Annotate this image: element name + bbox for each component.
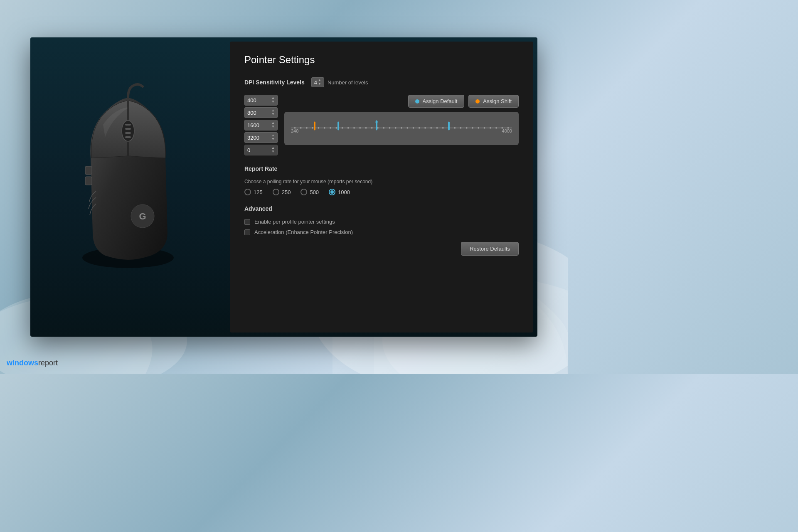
svg-point-46: [484, 127, 485, 129]
dpi1-arrows: ▲ ▼: [271, 96, 275, 104]
svg-rect-6: [125, 128, 131, 130]
svg-point-30: [389, 127, 391, 129]
levels-down-arrow[interactable]: ▼: [318, 82, 321, 86]
slider-track-svg: [291, 120, 512, 132]
assign-shift-button[interactable]: Assign Shift: [468, 95, 519, 108]
dpi-right: Assign Default Assign Shift: [284, 95, 519, 145]
svg-point-33: [406, 127, 408, 129]
svg-point-37: [430, 127, 432, 129]
report-rate-radio-group: 125 250 500 1000: [244, 189, 519, 195]
dpi4-arrows: ▲ ▼: [271, 134, 275, 141]
assign-shift-label: Assign Shift: [483, 98, 512, 104]
radio-500[interactable]: 500: [300, 189, 319, 195]
assign-default-dot: [415, 99, 419, 103]
svg-point-24: [353, 127, 355, 129]
radio-circle-250: [273, 189, 279, 195]
dpi-content: 400 ▲ ▼ 800 ▲ ▼ 1600 ▲: [244, 95, 519, 155]
svg-rect-7: [125, 132, 131, 134]
checkbox-acceleration[interactable]: Acceleration (Enhance Pointer Precision): [244, 229, 519, 235]
svg-point-47: [490, 127, 491, 129]
radio-250[interactable]: 250: [273, 189, 291, 195]
report-rate-section: Report Rate Choose a polling rate for yo…: [244, 165, 519, 195]
svg-point-23: [347, 127, 349, 129]
svg-rect-5: [125, 124, 131, 126]
svg-point-31: [395, 127, 397, 129]
mouse-image-area: G: [30, 37, 230, 337]
levels-spinner[interactable]: 4 ▲ ▼: [311, 77, 324, 87]
svg-rect-9: [85, 166, 92, 175]
svg-point-49: [501, 127, 503, 129]
radio-label-1000: 1000: [338, 189, 350, 195]
svg-point-14: [294, 127, 296, 129]
dpi-input-2[interactable]: 800 ▲ ▼: [244, 107, 278, 118]
svg-point-44: [472, 127, 473, 129]
checkbox-acceleration-box[interactable]: [244, 229, 250, 235]
watermark-report: report: [38, 359, 58, 367]
dpi5-arrows: ▲ ▼: [271, 146, 275, 154]
radio-circle-1000: [329, 189, 335, 195]
dpi-input-1[interactable]: 400 ▲ ▼: [244, 95, 278, 106]
svg-point-19: [324, 127, 325, 129]
mouse-image: G: [51, 83, 209, 291]
svg-text:G: G: [139, 211, 146, 222]
dpi-input-4[interactable]: 3200 ▲ ▼: [244, 132, 278, 143]
svg-point-38: [436, 127, 438, 129]
radio-circle-500: [300, 189, 307, 195]
checkbox-per-profile-box[interactable]: [244, 219, 250, 225]
restore-defaults-button[interactable]: Restore Defaults: [461, 242, 519, 256]
svg-rect-10: [85, 177, 92, 185]
radio-label-250: 250: [282, 189, 291, 195]
dpi2-arrows: ▲ ▼: [271, 109, 275, 116]
advanced-title: Advanced: [244, 205, 519, 212]
svg-point-15: [300, 127, 302, 129]
svg-point-50: [507, 127, 509, 129]
radio-1000[interactable]: 1000: [329, 189, 350, 195]
radio-circle-125: [244, 189, 251, 195]
svg-rect-55: [448, 122, 450, 131]
dpi-input-5[interactable]: 0 ▲ ▼: [244, 145, 278, 155]
watermark-windows: windows: [7, 359, 38, 367]
report-rate-title: Report Rate: [244, 165, 519, 172]
checkbox-acceleration-label: Acceleration (Enhance Pointer Precision): [254, 229, 353, 235]
svg-point-16: [306, 127, 308, 129]
levels-arrows: ▲ ▼: [318, 79, 321, 86]
svg-marker-54: [375, 120, 378, 123]
svg-point-22: [342, 127, 343, 129]
dpi-slider-container: 240 4000: [284, 112, 519, 145]
svg-point-32: [401, 127, 402, 129]
svg-rect-52: [337, 122, 339, 131]
radio-125[interactable]: 125: [244, 189, 263, 195]
svg-point-34: [413, 127, 414, 129]
levels-label: Number of levels: [328, 79, 368, 86]
assign-default-button[interactable]: Assign Default: [408, 95, 465, 108]
svg-rect-8: [125, 136, 131, 138]
svg-point-35: [419, 127, 420, 129]
radio-inner-1000: [330, 190, 334, 194]
main-container: G Pointer Settings DPI Sensitivity Level…: [30, 37, 537, 337]
svg-point-18: [318, 127, 320, 129]
panel-title: Pointer Settings: [244, 54, 519, 66]
dpi3-arrows: ▲ ▼: [271, 121, 275, 129]
restore-btn-row: Restore Defaults: [244, 242, 519, 256]
svg-rect-51: [314, 122, 315, 131]
levels-value: 4: [314, 79, 317, 86]
assign-default-label: Assign Default: [423, 98, 458, 104]
svg-point-41: [454, 127, 456, 129]
svg-point-36: [424, 127, 426, 129]
dpi-input-3[interactable]: 1600 ▲ ▼: [244, 120, 278, 131]
svg-point-26: [365, 127, 367, 129]
svg-point-39: [442, 127, 444, 129]
dpi-section-title: DPI Sensitivity Levels: [244, 79, 305, 86]
svg-rect-53: [376, 122, 377, 131]
svg-point-25: [359, 127, 361, 129]
svg-point-48: [495, 127, 497, 129]
checkbox-per-profile-label: Enable per profile pointer settings: [254, 219, 335, 225]
settings-panel: Pointer Settings DPI Sensitivity Levels …: [230, 42, 533, 332]
radio-label-500: 500: [310, 189, 319, 195]
svg-point-29: [383, 127, 384, 129]
svg-point-17: [312, 127, 313, 129]
dpi-buttons: Assign Default Assign Shift: [284, 95, 519, 108]
checkbox-per-profile[interactable]: Enable per profile pointer settings: [244, 219, 519, 225]
dpi-header: DPI Sensitivity Levels 4 ▲ ▼ Number of l…: [244, 77, 519, 87]
watermark: windowsreport: [7, 359, 58, 367]
